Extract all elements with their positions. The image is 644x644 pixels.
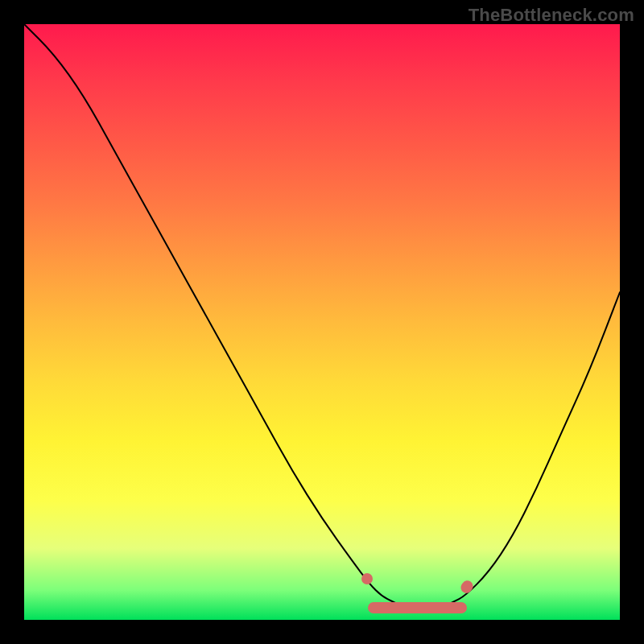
highlight-end-tail	[458, 579, 475, 596]
watermark-text: TheBottleneck.com	[469, 5, 634, 26]
curve-svg	[24, 24, 620, 620]
plot-area	[24, 24, 620, 620]
highlight-start-dot	[361, 573, 373, 584]
chart-frame: TheBottleneck.com	[0, 0, 644, 644]
line-series	[24, 24, 620, 608]
highlight-segment	[368, 602, 466, 613]
